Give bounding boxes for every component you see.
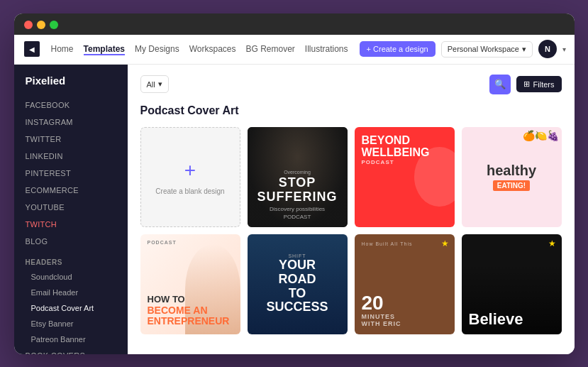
avatar[interactable]: N xyxy=(538,40,557,58)
nav-right: + Create a design Personal Workspace ▾ N… xyxy=(360,40,566,58)
card-dark-small-text: Overcoming xyxy=(255,170,340,175)
card-dark-text: Overcoming STOPSUFFERING Discovery possi… xyxy=(255,170,340,220)
nav-illustrations[interactable]: Illustrations xyxy=(305,43,348,55)
filters-label: Filters xyxy=(533,80,555,89)
sidebar-section-headers: HEADERS xyxy=(14,253,128,269)
template-card-blank[interactable]: + Create a blank design xyxy=(140,127,240,227)
sidebar-item-youtube[interactable]: YOUTUBE xyxy=(14,199,128,216)
sidebar-brand: Pixelied xyxy=(14,75,128,97)
card-road-title: YOURROADTOSUCCESS xyxy=(266,258,328,314)
sidebar-item-instagram[interactable]: INSTAGRAM xyxy=(14,114,128,131)
card-dark-sub2: PODCAST xyxy=(255,214,340,220)
card-pink-accent: EATING! xyxy=(493,180,530,191)
nav-my-designs[interactable]: My Designs xyxy=(135,43,179,55)
card-entre-line1: HOW TO xyxy=(148,295,233,305)
browser-window: Home Templates My Designs Workspaces BG … xyxy=(14,13,575,354)
card-20min-unit: MINUTES xyxy=(362,313,448,320)
card-dark-subtitle: Discovery possibilities xyxy=(255,206,340,212)
sidebar-sub-podcast-cover-art[interactable]: Podcast Cover Art xyxy=(14,300,128,316)
sidebar-item-facebook[interactable]: FACEBOOK xyxy=(14,97,128,114)
browser-chrome xyxy=(14,13,575,35)
content-area: All ▾ 🔍 ⊞ Filters Podcast Cover Art xyxy=(128,65,575,354)
sidebar: Pixelied FACEBOOK INSTAGRAM TWITTER LINK… xyxy=(14,65,128,354)
sidebar-item-linkedin[interactable]: LINKEDIN xyxy=(14,148,128,165)
template-card-beyond-wellbeing[interactable]: BEYONDWELLBEING PODCAST xyxy=(355,127,455,227)
card-20min-with: WITH ERIC xyxy=(362,320,448,327)
nav-links: Home Templates My Designs Workspaces BG … xyxy=(51,43,348,55)
close-button[interactable] xyxy=(24,21,33,29)
template-grid: + Create a blank design Overcoming STOPS… xyxy=(140,127,562,334)
card-pink-title: healthy xyxy=(487,163,536,178)
nav-templates[interactable]: Templates xyxy=(84,43,125,55)
sidebar-sub-soundcloud[interactable]: Soundcloud xyxy=(14,269,128,285)
nav-bg-remover[interactable]: BG Remover xyxy=(245,43,294,55)
card-dark-title: STOPSUFFERING xyxy=(255,176,340,204)
card-red-decoration xyxy=(414,147,454,207)
sidebar-item-ecommerce[interactable]: ECOMMERCE xyxy=(14,182,128,199)
template-card-believe[interactable]: ★ Believe xyxy=(462,234,562,334)
sidebar-sub-etsy-banner[interactable]: Etsy Banner xyxy=(14,316,128,332)
account-chevron-icon: ▾ xyxy=(562,45,566,53)
search-button[interactable]: 🔍 xyxy=(489,75,511,94)
template-card-entrepreneur[interactable]: PODCAST HOW TO BECOME AN ENTREPRENEUR xyxy=(140,234,240,334)
chevron-down-icon: ▾ xyxy=(522,45,526,54)
create-design-button[interactable]: + Create a design xyxy=(360,41,436,57)
sidebar-item-twitch[interactable]: TWITCH xyxy=(14,216,128,233)
premium-star-icon: ★ xyxy=(441,239,449,248)
blank-design-label: Create a blank design xyxy=(155,187,224,195)
minimize-button[interactable] xyxy=(37,21,45,29)
sidebar-item-blog[interactable]: BLOG xyxy=(14,233,128,250)
all-filter-label: All xyxy=(147,80,155,89)
template-card-20-minutes[interactable]: ★ How Built All This 20 MINUTES WITH ERI… xyxy=(355,234,455,334)
card-20min-small: How Built All This xyxy=(362,241,448,246)
plus-icon: + xyxy=(184,159,196,182)
page-title: Podcast Cover Art xyxy=(140,104,562,117)
search-box: 🔍 xyxy=(489,75,511,94)
workspace-button[interactable]: Personal Workspace ▾ xyxy=(441,41,533,57)
logo-icon[interactable] xyxy=(24,41,40,57)
card-entre-text: HOW TO BECOME AN ENTREPRENEUR xyxy=(148,295,233,327)
filters-button[interactable]: ⊞ Filters xyxy=(516,76,562,92)
filters-icon: ⊞ xyxy=(523,80,530,89)
sidebar-item-pinterest[interactable]: PINTEREST xyxy=(14,165,128,182)
sidebar-item-twitter[interactable]: TWITTER xyxy=(14,131,128,148)
nav-home[interactable]: Home xyxy=(51,43,74,55)
fruits-decoration: 🍊🍋🍇 xyxy=(523,130,559,141)
maximize-button[interactable] xyxy=(50,21,58,29)
sidebar-sub-email-header[interactable]: Email Header xyxy=(14,285,128,300)
top-nav: Home Templates My Designs Workspaces BG … xyxy=(14,35,575,65)
app-container: Home Templates My Designs Workspaces BG … xyxy=(14,35,575,354)
main-layout: Pixelied FACEBOOK INSTAGRAM TWITTER LINK… xyxy=(14,65,575,354)
traffic-lights xyxy=(24,21,58,29)
all-filter-select[interactable]: All ▾ xyxy=(140,75,169,93)
workspace-label: Personal Workspace xyxy=(448,45,519,53)
card-believe-text: Believe xyxy=(469,312,555,327)
card-entre-badge: PODCAST xyxy=(148,240,177,245)
card-20min-number: 20 xyxy=(362,293,448,313)
card-entre-line2: BECOME AN xyxy=(148,305,208,316)
sidebar-sub-patreon-banner[interactable]: Patreon Banner xyxy=(14,332,128,347)
template-card-stop-suffering[interactable]: Overcoming STOPSUFFERING Discovery possi… xyxy=(248,127,348,227)
filter-chevron-icon: ▾ xyxy=(158,80,162,89)
template-card-road-success[interactable]: SHIFT YOURROADTOSUCCESS xyxy=(248,234,348,334)
nav-workspaces[interactable]: Workspaces xyxy=(189,43,236,55)
card-entre-line3: ENTREPRENEUR xyxy=(148,315,230,327)
sidebar-item-book-covers[interactable]: BOOK COVERS xyxy=(14,347,128,354)
filter-bar: All ▾ 🔍 ⊞ Filters xyxy=(140,75,562,94)
template-card-healthy-eating[interactable]: 🍊🍋🍇 healthy EATING! xyxy=(462,127,562,227)
